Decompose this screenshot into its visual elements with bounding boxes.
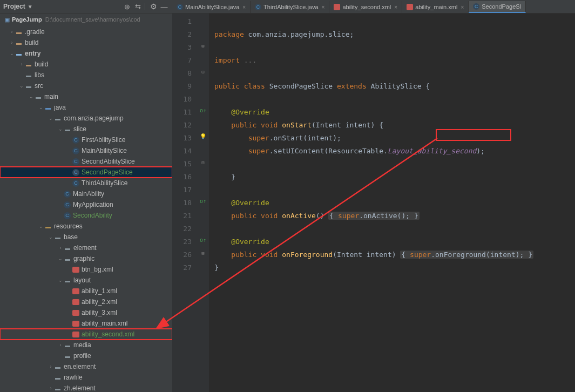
tree-file-secondslice[interactable]: CSecondAbilitySlice [0,156,172,167]
sidebar-header: Project ▼ ⊕ ⇆ ⚙ — [0,0,172,13]
tree-file-thirdslice[interactable]: CThirdAbilitySlice [0,178,172,188]
tree-file-a3[interactable]: ability_3.xml [0,307,172,318]
project-name[interactable]: PageJump [12,16,42,23]
bulb-icon[interactable]: 💡 [197,130,209,143]
editor-pane: CMainAbilitySlice.java× CThirdAbilitySli… [172,0,575,392]
target-icon[interactable]: ⊕ [122,2,132,11]
tree-folder-libs[interactable]: ▬libs [0,70,172,80]
close-icon[interactable]: × [461,4,464,10]
tree-folder-graphic[interactable]: ⌄▬graphic [0,253,172,264]
tree-file-amain[interactable]: ability_main.xml [0,318,172,329]
fold-icon[interactable]: ⊟ [197,65,209,78]
dropdown-icon[interactable]: ▼ [28,4,33,10]
tree-file-a1[interactable]: ability_1.xml [0,286,172,296]
tab-secondpage[interactable]: CSecondPageSl [469,1,526,13]
close-icon[interactable]: × [322,4,325,10]
tree-folder-gradle[interactable]: ›▬.gradle [0,26,172,37]
tree-file-asecond[interactable]: ability_second.xml [0,329,172,340]
hide-icon[interactable]: — [159,2,169,11]
tree-folder-java[interactable]: ⌄▬java [0,102,172,113]
tree-folder-build[interactable]: ›▬build [0,37,172,48]
tree-folder-profile[interactable]: ▬profile [0,350,172,361]
file-tree[interactable]: ›▬.gradle ›▬build ⌄▬entry ›▬build ▬libs … [0,25,172,392]
tree-file-secondability[interactable]: CSecondAbility [0,210,172,221]
override-icon[interactable]: o↑ [197,234,209,247]
override-icon[interactable]: o↑ [197,104,209,117]
code-editor[interactable]: 1237891011121314151617182122232627 ⊞ ⊟ o… [172,13,575,392]
gear-icon[interactable]: ⚙ [148,2,158,11]
highlight-box [436,129,511,141]
tree-folder-src[interactable]: ⌄▬src [0,80,172,91]
tab-abilitymain[interactable]: ability_main.xml× [402,1,469,13]
breadcrumb: ▣ PageJump D:\documnent_save\harmonyos\c… [0,13,172,25]
fold-icon[interactable]: ⊞ [197,39,209,52]
project-title[interactable]: Project [3,3,25,10]
fold-icon[interactable]: ⊟ [197,247,209,260]
tree-file-myapp[interactable]: CMyApplication [0,199,172,210]
collapse-icon[interactable]: ⇆ [133,2,143,11]
project-icon: ▣ [4,16,10,23]
editor-tabs: CMainAbilitySlice.java× CThirdAbilitySli… [172,0,575,13]
tree-folder-slice[interactable]: ⌄▬slice [0,124,172,134]
line-gutter: 1237891011121314151617182122232627 [172,13,197,392]
tree-folder-enel[interactable]: ›▬en.element [0,361,172,372]
tab-abilitysecond[interactable]: ability_second.xml× [329,1,402,13]
tree-file-a2[interactable]: ability_2.xml [0,296,172,307]
tree-folder-entry[interactable]: ⌄▬entry [0,48,172,59]
tree-package[interactable]: ⌄▬com.anzia.pagejump [0,113,172,124]
tree-file-first[interactable]: CFirstAbilitySlice [0,134,172,145]
tree-folder-media[interactable]: ›▬media [0,340,172,350]
tab-thirdability[interactable]: CThirdAbilitySlice.java× [251,1,329,13]
tree-file-mainability[interactable]: CMainAbility [0,188,172,199]
gutter-icons: ⊞ ⊟ o↑ 💡 ⊟ o↑ o↑ ⊟ [197,13,209,392]
fold-icon[interactable]: ⊟ [197,156,209,169]
tab-mainability[interactable]: CMainAbilitySlice.java× [172,1,251,13]
override-icon[interactable]: o↑ [197,195,209,208]
tree-folder-base[interactable]: ⌄▬base [0,232,172,242]
tree-file-btnbg[interactable]: btn_bg.xml [0,264,172,275]
project-sidebar: Project ▼ ⊕ ⇆ ⚙ — ▣ PageJump D:\documnen… [0,0,172,392]
code-content[interactable]: package com.anzia.pagejump.slice; import… [209,13,575,392]
close-icon[interactable]: × [394,4,397,10]
tree-folder-layout[interactable]: ⌄▬layout [0,275,172,286]
tree-folder-resources[interactable]: ⌄▬resources [0,221,172,232]
tree-folder-main[interactable]: ⌄▬main [0,91,172,102]
tree-folder-element[interactable]: ›▬element [0,242,172,253]
tree-file-mainslice[interactable]: CMainAbilitySlice [0,145,172,156]
close-icon[interactable]: × [242,4,246,10]
tree-folder-entry-build[interactable]: ›▬build [0,59,172,70]
project-path: D:\documnent_save\harmonyos\cod [45,16,140,23]
tree-file-secondpage[interactable]: CSecondPageSlice [0,167,172,178]
tree-folder-zhel[interactable]: ›▬zh.element [0,383,172,392]
tree-folder-rawfile[interactable]: ▬rawfile [0,372,172,383]
